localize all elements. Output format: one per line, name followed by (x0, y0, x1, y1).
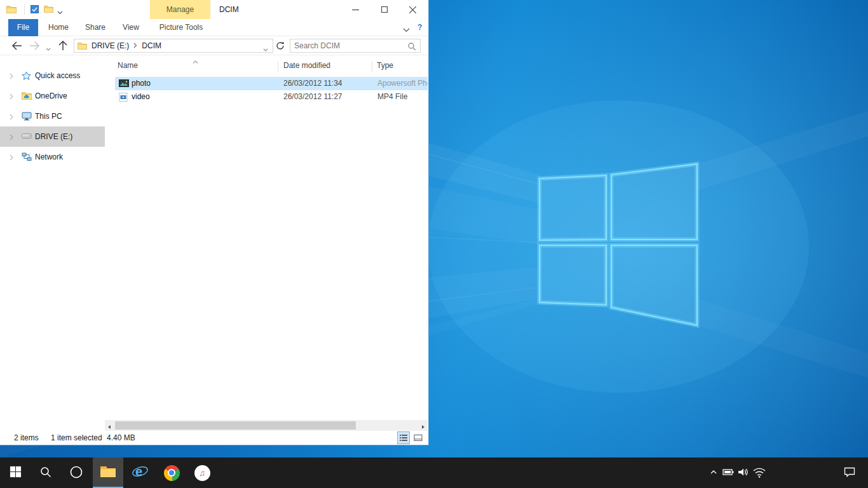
file-row-video[interactable]: video 26/03/2012 11:27 MP4 File (115, 90, 428, 104)
chevron-right-icon[interactable] (10, 154, 13, 163)
minimize-button[interactable] (341, 0, 370, 19)
search-icon[interactable] (407, 42, 416, 53)
taskbar-internet-explorer-button[interactable]: e (125, 458, 155, 488)
details-view-button[interactable] (397, 431, 410, 444)
column-divider[interactable] (278, 62, 278, 72)
qat-properties-icon[interactable] (31, 5, 39, 15)
wifi-icon (752, 466, 766, 480)
up-button[interactable] (58, 41, 67, 53)
chevron-right-icon[interactable] (10, 72, 13, 81)
start-button[interactable] (0, 458, 31, 488)
breadcrumb-drive[interactable]: DRIVE (E:) (92, 41, 129, 50)
horizontal-scrollbar[interactable] (105, 420, 428, 431)
column-header-type[interactable]: Type (377, 61, 393, 70)
chevron-right-icon[interactable] (10, 113, 13, 122)
tray-show-hidden-icons-button[interactable] (707, 458, 721, 488)
forward-button[interactable] (29, 41, 40, 52)
title-bar[interactable]: Manage DCIM (0, 0, 428, 19)
column-header-name[interactable]: Name (118, 61, 138, 70)
sidebar-item-network[interactable]: Network (0, 147, 105, 167)
chevron-up-icon (709, 468, 718, 478)
network-icon (22, 152, 32, 163)
window-title: DCIM (219, 0, 239, 19)
address-dropdown-chevron-icon[interactable] (263, 44, 268, 53)
ribbon-tab-bar: File Home Share View Picture Tools ? (0, 19, 428, 36)
navigation-pane: Quick access OneDrive This PC (0, 55, 105, 420)
large-icons-view-button[interactable] (412, 431, 424, 444)
file-name: video (132, 92, 150, 101)
breadcrumb-separator-icon[interactable] (133, 41, 137, 50)
search-icon (39, 466, 52, 480)
search-input[interactable] (294, 40, 402, 51)
ribbon-expand-chevron-icon[interactable] (403, 25, 410, 34)
tray-volume-button[interactable] (736, 458, 750, 488)
status-bar: 2 items 1 item selected 4.40 MB (0, 431, 428, 445)
battery-icon (722, 466, 735, 480)
folder-icon (100, 464, 116, 480)
chrome-icon (164, 465, 180, 481)
recent-locations-chevron-icon[interactable] (46, 44, 51, 53)
quick-access-star-icon (22, 71, 31, 83)
back-button[interactable] (11, 41, 22, 52)
help-icon[interactable]: ? (417, 19, 422, 36)
taskbar-chrome-button[interactable] (156, 458, 187, 488)
taskbar-file-explorer-button[interactable] (93, 458, 123, 488)
tab-share[interactable]: Share (78, 19, 113, 36)
address-bar[interactable]: DRIVE (E:) DCIM (74, 39, 273, 53)
drive-icon (22, 132, 32, 142)
file-type: MP4 File (377, 92, 407, 101)
scrollbar-thumb[interactable] (115, 421, 356, 430)
file-name: photo (132, 79, 151, 88)
chevron-right-icon[interactable] (10, 133, 13, 142)
refresh-button[interactable] (276, 41, 285, 52)
maximize-button[interactable] (370, 0, 398, 19)
tab-file[interactable]: File (8, 19, 38, 36)
item-count: 2 items (14, 433, 39, 442)
video-file-icon (119, 93, 128, 104)
taskbar-search-button[interactable] (31, 458, 61, 488)
file-explorer-window: Manage DCIM File Home Share View Picture… (0, 0, 429, 445)
qat-customize-chevron-icon[interactable] (57, 8, 63, 17)
file-date-modified: 26/03/2012 11:34 (283, 79, 342, 88)
taskbar-itunes-button[interactable]: ♫ (187, 458, 217, 488)
qat-separator (24, 4, 25, 15)
file-list: photo 26/03/2012 11:34 Apowersoft Pho vi… (115, 77, 428, 104)
breadcrumb-dcim[interactable]: DCIM (142, 41, 161, 50)
sidebar-item-drive-e[interactable]: DRIVE (E:) (0, 126, 105, 147)
column-divider[interactable] (372, 62, 372, 72)
tab-home[interactable]: Home (41, 19, 76, 36)
sidebar-item-quick-access[interactable]: Quick access (0, 65, 105, 86)
onedrive-folder-icon (22, 92, 32, 102)
search-box[interactable] (290, 39, 421, 53)
manage-contextual-tab[interactable]: Manage (150, 0, 210, 19)
speaker-icon (736, 466, 749, 480)
action-center-button[interactable] (840, 458, 859, 488)
sort-ascending-caret-icon[interactable] (193, 57, 198, 65)
sidebar-item-this-pc[interactable]: This PC (0, 106, 105, 126)
scroll-left-arrow-icon[interactable] (107, 423, 112, 431)
file-type: Apowersoft Pho (377, 79, 428, 88)
tab-view[interactable]: View (114, 19, 147, 36)
selection-count: 1 item selected (51, 433, 102, 442)
file-row-photo[interactable]: photo 26/03/2012 11:34 Apowersoft Pho (115, 77, 428, 90)
selection-size: 4.40 MB (107, 433, 135, 442)
address-folder-icon (78, 42, 87, 51)
sidebar-item-label: This PC (35, 112, 62, 121)
tab-picture-tools[interactable]: Picture Tools (153, 19, 210, 36)
column-header-date-modified[interactable]: Date modified (283, 61, 330, 70)
file-date-modified: 26/03/2012 11:27 (283, 92, 342, 101)
cortana-circle-icon (69, 465, 83, 481)
tray-network-button[interactable] (752, 458, 766, 488)
tray-battery-button[interactable] (721, 458, 735, 488)
cortana-button[interactable] (61, 458, 92, 488)
chevron-right-icon[interactable] (10, 93, 13, 102)
window-folder-icon (6, 5, 17, 15)
sidebar-item-label: Network (35, 152, 63, 161)
sidebar-item-label: OneDrive (35, 92, 67, 100)
scroll-right-arrow-icon[interactable] (421, 423, 426, 431)
close-button[interactable] (398, 0, 427, 19)
qat-new-folder-icon[interactable] (44, 5, 53, 15)
address-toolbar: DRIVE (E:) DCIM (0, 36, 428, 55)
sidebar-item-onedrive[interactable]: OneDrive (0, 86, 105, 106)
action-center-icon (843, 466, 856, 480)
